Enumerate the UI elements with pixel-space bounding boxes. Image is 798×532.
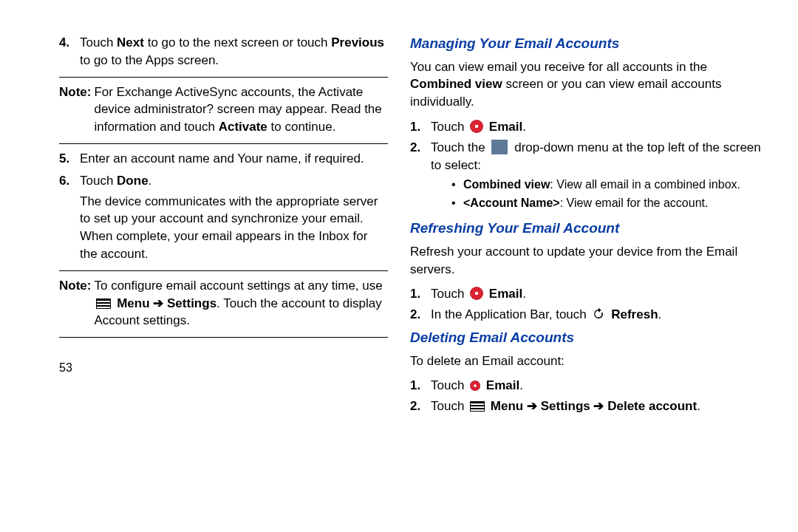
managing-steps: 1. Touch Email. 2. Touch the drop-down m… xyxy=(410,118,768,214)
divider xyxy=(59,270,388,271)
step-number: 4. xyxy=(59,34,80,69)
divider xyxy=(59,143,388,144)
note-label: Note: xyxy=(59,83,91,136)
manual-page: 4. Touch Next to go to the next screen o… xyxy=(0,0,798,427)
step-6: 6. Touch Done. The device communicates w… xyxy=(59,172,388,263)
step-number: 6. xyxy=(59,172,80,263)
heading-deleting: Deleting Email Accounts xyxy=(410,328,768,348)
email-icon xyxy=(470,381,480,391)
step-body: In the Application Bar, touch Refresh. xyxy=(431,306,768,324)
step-body: Touch Email. xyxy=(431,377,768,395)
right-column: Managing Your Email Accounts You can vie… xyxy=(410,30,768,420)
menu-icon xyxy=(96,299,111,309)
email-icon xyxy=(470,287,483,300)
email-icon xyxy=(470,120,483,133)
refresh-icon xyxy=(592,307,605,321)
heading-managing: Managing Your Email Accounts xyxy=(410,34,768,54)
refreshing-steps: 1. Touch Email. 2. In the Application Ba… xyxy=(410,285,768,324)
step-number: 1. xyxy=(410,118,431,136)
managing-intro: You can view email you receive for all a… xyxy=(410,58,768,111)
step-number: 2. xyxy=(410,139,431,214)
heading-refreshing: Refreshing Your Email Account xyxy=(410,219,768,239)
deleting-steps: 1. Touch Email. 2. Touch Menu ➔ Settings… xyxy=(410,377,768,415)
left-column: 4. Touch Next to go to the next screen o… xyxy=(30,30,388,420)
divider xyxy=(59,337,388,338)
refreshing-intro: Refresh your account to update your devi… xyxy=(410,243,768,279)
step-number: 1. xyxy=(410,285,431,303)
note-1: Note: For Exchange ActiveSync accounts, … xyxy=(59,83,388,136)
note-body: To configure email account settings at a… xyxy=(94,277,388,330)
step-body: Touch the drop-down menu at the top left… xyxy=(431,139,768,214)
step-5: 5. Enter an account name and Your name, … xyxy=(59,150,388,168)
step-number: 1. xyxy=(410,377,431,395)
step-6-paragraph: The device communicates with the appropr… xyxy=(80,193,388,263)
managing-bullets: •Combined view: View all email in a comb… xyxy=(451,177,768,211)
divider xyxy=(59,77,388,78)
step-number: 2. xyxy=(410,398,431,415)
step-number: 5. xyxy=(59,150,80,168)
step-number: 2. xyxy=(410,306,431,324)
step-body: Touch Email. xyxy=(431,118,768,136)
step-body: Enter an account name and Your name, if … xyxy=(80,150,388,168)
note-body: For Exchange ActiveSync accounts, the Ac… xyxy=(94,83,388,136)
menu-icon xyxy=(470,401,485,412)
deleting-intro: To delete an Email account: xyxy=(410,352,768,370)
step-body: Touch Next to go to the next screen or t… xyxy=(80,34,388,69)
dropdown-icon xyxy=(491,140,508,154)
step-body: Touch Email. xyxy=(431,285,768,303)
step-4: 4. Touch Next to go to the next screen o… xyxy=(59,34,388,69)
note-2: Note: To configure email account setting… xyxy=(59,277,388,330)
page-number: 53 xyxy=(59,360,388,376)
step-body: Touch Done. The device communicates with… xyxy=(80,172,388,263)
step-body: Touch Menu ➔ Settings ➔ Delete account. xyxy=(431,398,768,415)
note-label: Note: xyxy=(59,277,91,330)
